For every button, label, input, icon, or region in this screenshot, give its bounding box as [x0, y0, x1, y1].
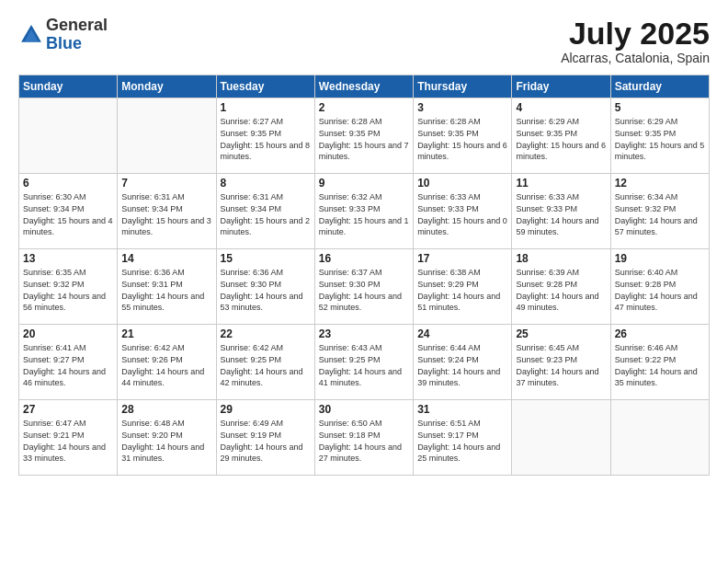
- week-row-2: 13Sunrise: 6:35 AM Sunset: 9:32 PM Dayli…: [19, 249, 710, 325]
- day-cell: 10Sunrise: 6:33 AM Sunset: 9:33 PM Dayli…: [414, 174, 512, 249]
- day-number: 19: [615, 252, 705, 265]
- day-info: Sunrise: 6:40 AM Sunset: 9:28 PM Dayligh…: [615, 267, 705, 313]
- col-header-thursday: Thursday: [414, 75, 512, 98]
- day-number: 20: [23, 327, 113, 340]
- day-info: Sunrise: 6:51 AM Sunset: 9:17 PM Dayligh…: [417, 418, 507, 464]
- day-cell: 1Sunrise: 6:27 AM Sunset: 9:35 PM Daylig…: [216, 98, 314, 174]
- day-info: Sunrise: 6:36 AM Sunset: 9:31 PM Dayligh…: [121, 267, 211, 313]
- day-info: Sunrise: 6:29 AM Sunset: 9:35 PM Dayligh…: [516, 116, 606, 162]
- calendar-header-row: SundayMondayTuesdayWednesdayThursdayFrid…: [19, 75, 710, 98]
- day-cell: 21Sunrise: 6:42 AM Sunset: 9:26 PM Dayli…: [118, 325, 216, 400]
- day-number: 18: [516, 252, 606, 265]
- day-cell: 26Sunrise: 6:46 AM Sunset: 9:22 PM Dayli…: [610, 325, 709, 400]
- logo-text: General Blue: [46, 17, 108, 53]
- day-info: Sunrise: 6:28 AM Sunset: 9:35 PM Dayligh…: [319, 116, 409, 162]
- day-cell: 7Sunrise: 6:31 AM Sunset: 9:34 PM Daylig…: [118, 174, 216, 249]
- day-cell: 24Sunrise: 6:44 AM Sunset: 9:24 PM Dayli…: [414, 325, 512, 400]
- month-title: July 2025: [561, 17, 710, 51]
- day-cell: 29Sunrise: 6:49 AM Sunset: 9:19 PM Dayli…: [216, 400, 314, 476]
- day-info: Sunrise: 6:33 AM Sunset: 9:33 PM Dayligh…: [516, 191, 606, 237]
- col-header-tuesday: Tuesday: [216, 75, 314, 98]
- week-row-4: 27Sunrise: 6:47 AM Sunset: 9:21 PM Dayli…: [19, 400, 710, 476]
- day-info: Sunrise: 6:36 AM Sunset: 9:30 PM Dayligh…: [221, 267, 311, 313]
- col-header-monday: Monday: [118, 75, 216, 98]
- day-cell: 25Sunrise: 6:45 AM Sunset: 9:23 PM Dayli…: [512, 325, 610, 400]
- logo-general: General: [46, 16, 108, 34]
- day-info: Sunrise: 6:45 AM Sunset: 9:23 PM Dayligh…: [516, 342, 606, 388]
- day-info: Sunrise: 6:46 AM Sunset: 9:22 PM Dayligh…: [615, 342, 705, 388]
- day-cell: 17Sunrise: 6:38 AM Sunset: 9:29 PM Dayli…: [414, 249, 512, 325]
- day-cell: 14Sunrise: 6:36 AM Sunset: 9:31 PM Dayli…: [118, 249, 216, 325]
- day-info: Sunrise: 6:44 AM Sunset: 9:24 PM Dayligh…: [417, 342, 507, 388]
- day-number: 30: [319, 403, 409, 416]
- day-info: Sunrise: 6:49 AM Sunset: 9:19 PM Dayligh…: [221, 418, 311, 464]
- day-number: 12: [615, 177, 705, 190]
- day-info: Sunrise: 6:50 AM Sunset: 9:18 PM Dayligh…: [319, 418, 409, 464]
- week-row-3: 20Sunrise: 6:41 AM Sunset: 9:27 PM Dayli…: [19, 325, 710, 400]
- day-info: Sunrise: 6:27 AM Sunset: 9:35 PM Dayligh…: [221, 116, 311, 162]
- day-cell: 19Sunrise: 6:40 AM Sunset: 9:28 PM Dayli…: [610, 249, 709, 325]
- day-number: 17: [417, 252, 507, 265]
- day-number: 3: [417, 101, 507, 114]
- day-info: Sunrise: 6:38 AM Sunset: 9:29 PM Dayligh…: [417, 267, 507, 313]
- day-number: 16: [319, 252, 409, 265]
- day-cell: [118, 98, 216, 174]
- day-number: 11: [516, 177, 606, 190]
- day-number: 15: [221, 252, 311, 265]
- day-cell: 11Sunrise: 6:33 AM Sunset: 9:33 PM Dayli…: [512, 174, 610, 249]
- day-cell: 16Sunrise: 6:37 AM Sunset: 9:30 PM Dayli…: [314, 249, 413, 325]
- day-number: 26: [615, 327, 705, 340]
- day-info: Sunrise: 6:48 AM Sunset: 9:20 PM Dayligh…: [121, 418, 211, 464]
- logo-icon: [18, 22, 44, 48]
- day-number: 22: [221, 327, 311, 340]
- week-row-0: 1Sunrise: 6:27 AM Sunset: 9:35 PM Daylig…: [19, 98, 710, 174]
- day-cell: 4Sunrise: 6:29 AM Sunset: 9:35 PM Daylig…: [512, 98, 610, 174]
- day-cell: [610, 400, 709, 476]
- day-info: Sunrise: 6:30 AM Sunset: 9:34 PM Dayligh…: [23, 191, 113, 237]
- day-cell: 23Sunrise: 6:43 AM Sunset: 9:25 PM Dayli…: [314, 325, 413, 400]
- day-number: 6: [23, 177, 113, 190]
- day-number: 25: [516, 327, 606, 340]
- day-cell: 9Sunrise: 6:32 AM Sunset: 9:33 PM Daylig…: [314, 174, 413, 249]
- location: Alcarras, Catalonia, Spain: [561, 51, 710, 65]
- day-info: Sunrise: 6:35 AM Sunset: 9:32 PM Dayligh…: [23, 267, 113, 313]
- day-cell: 13Sunrise: 6:35 AM Sunset: 9:32 PM Dayli…: [19, 249, 118, 325]
- day-number: 10: [417, 177, 507, 190]
- logo: General Blue: [18, 17, 108, 53]
- day-number: 23: [319, 327, 409, 340]
- day-number: 29: [221, 403, 311, 416]
- col-header-wednesday: Wednesday: [314, 75, 413, 98]
- day-cell: 27Sunrise: 6:47 AM Sunset: 9:21 PM Dayli…: [19, 400, 118, 476]
- day-number: 2: [319, 101, 409, 114]
- day-cell: 30Sunrise: 6:50 AM Sunset: 9:18 PM Dayli…: [314, 400, 413, 476]
- col-header-sunday: Sunday: [19, 75, 118, 98]
- day-info: Sunrise: 6:43 AM Sunset: 9:25 PM Dayligh…: [319, 342, 409, 388]
- day-cell: 2Sunrise: 6:28 AM Sunset: 9:35 PM Daylig…: [314, 98, 413, 174]
- day-number: 27: [23, 403, 113, 416]
- title-block: July 2025 Alcarras, Catalonia, Spain: [561, 17, 710, 65]
- day-info: Sunrise: 6:37 AM Sunset: 9:30 PM Dayligh…: [319, 267, 409, 313]
- day-number: 4: [516, 101, 606, 114]
- day-cell: 20Sunrise: 6:41 AM Sunset: 9:27 PM Dayli…: [19, 325, 118, 400]
- day-number: 7: [121, 177, 211, 190]
- day-number: 28: [121, 403, 211, 416]
- day-info: Sunrise: 6:42 AM Sunset: 9:26 PM Dayligh…: [121, 342, 211, 388]
- day-number: 21: [121, 327, 211, 340]
- day-number: 9: [319, 177, 409, 190]
- day-info: Sunrise: 6:39 AM Sunset: 9:28 PM Dayligh…: [516, 267, 606, 313]
- day-number: 8: [221, 177, 311, 190]
- day-cell: 18Sunrise: 6:39 AM Sunset: 9:28 PM Dayli…: [512, 249, 610, 325]
- day-cell: 12Sunrise: 6:34 AM Sunset: 9:32 PM Dayli…: [610, 174, 709, 249]
- day-cell: 8Sunrise: 6:31 AM Sunset: 9:34 PM Daylig…: [216, 174, 314, 249]
- day-cell: [19, 98, 118, 174]
- calendar: SundayMondayTuesdayWednesdayThursdayFrid…: [18, 75, 710, 476]
- day-number: 13: [23, 252, 113, 265]
- col-header-saturday: Saturday: [610, 75, 709, 98]
- day-number: 5: [615, 101, 705, 114]
- day-info: Sunrise: 6:31 AM Sunset: 9:34 PM Dayligh…: [221, 191, 311, 237]
- day-number: 24: [417, 327, 507, 340]
- week-row-1: 6Sunrise: 6:30 AM Sunset: 9:34 PM Daylig…: [19, 174, 710, 249]
- day-info: Sunrise: 6:47 AM Sunset: 9:21 PM Dayligh…: [23, 418, 113, 464]
- day-cell: 31Sunrise: 6:51 AM Sunset: 9:17 PM Dayli…: [414, 400, 512, 476]
- day-number: 14: [121, 252, 211, 265]
